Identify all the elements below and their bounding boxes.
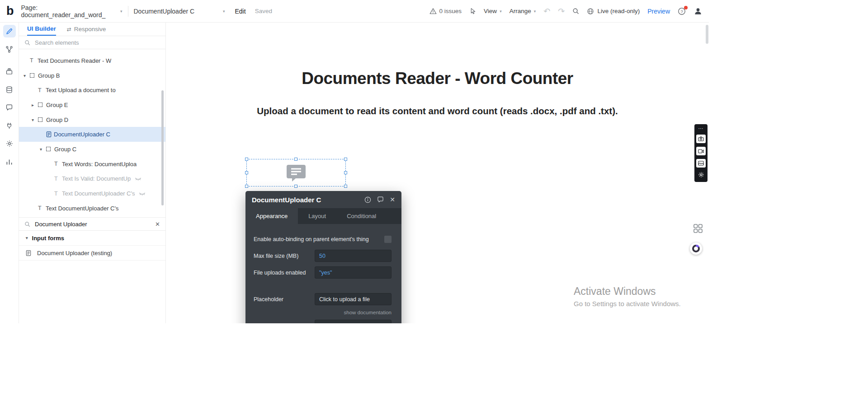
tree-item-label: Text Words: DocumentUploa: [62, 161, 137, 168]
extension-badge-icon[interactable]: [690, 242, 702, 255]
element-selector-label: DocumentUploader C: [134, 8, 195, 15]
view-menu[interactable]: View ▾: [484, 8, 502, 14]
clear-search-icon[interactable]: ✕: [155, 221, 160, 228]
hidden-eye-icon[interactable]: [135, 177, 142, 181]
resize-handle[interactable]: [294, 185, 297, 188]
logs-tab-icon[interactable]: [3, 155, 16, 168]
filter-result-item[interactable]: Document Uploader (testing): [19, 246, 165, 261]
tree-item[interactable]: ▾Group C: [19, 142, 165, 157]
video-camera-icon[interactable]: [696, 147, 706, 155]
gallery-icon[interactable]: [696, 159, 706, 168]
show-documentation-link[interactable]: show documentation: [254, 310, 392, 315]
more-options-icon[interactable]: ⋯: [698, 126, 704, 131]
field-checkbox[interactable]: [384, 236, 392, 243]
tree-item[interactable]: DocumentUploader C: [19, 127, 165, 142]
tree-item[interactable]: TText Words: DocumentUploa: [19, 157, 165, 172]
expand-arrow-icon[interactable]: ▾: [24, 73, 30, 78]
design-tab-icon[interactable]: [3, 25, 16, 37]
element-selector[interactable]: DocumentUploader C ▾: [134, 8, 225, 15]
resize-handle[interactable]: [294, 158, 297, 161]
resize-handle[interactable]: [245, 158, 248, 161]
plugins-tab-icon[interactable]: [3, 119, 16, 132]
inspector-field-partial: [254, 320, 392, 323]
field-input[interactable]: Click to upload a file: [315, 293, 392, 305]
filter-input[interactable]: [34, 220, 151, 228]
tree-item[interactable]: ▸Group E: [19, 98, 165, 112]
edit-menu[interactable]: Edit: [235, 8, 246, 15]
environment-indicator[interactable]: Live (read-only): [587, 8, 640, 15]
search-icon[interactable]: [572, 8, 579, 14]
field-input[interactable]: 50: [315, 250, 392, 262]
chevron-down-icon: ▾: [223, 9, 225, 14]
tree-item[interactable]: TText Documents Reader - W: [19, 53, 165, 68]
expand-arrow-icon[interactable]: ▾: [32, 117, 38, 122]
styles-tab-icon[interactable]: [3, 65, 16, 78]
chevron-down-icon: ▾: [534, 9, 536, 14]
tree-item[interactable]: ▾Group B: [19, 68, 165, 83]
data-tab-icon[interactable]: [3, 83, 16, 96]
canvas[interactable]: Documents Reader - Word Counter Upload a…: [166, 23, 709, 323]
uploader-element-icon: [46, 131, 54, 137]
preview-button[interactable]: Preview: [647, 8, 670, 15]
page-title: Documents Reader - Word Counter: [166, 69, 709, 88]
arrange-menu[interactable]: Arrange ▾: [509, 8, 536, 14]
undo-icon[interactable]: ↶: [543, 7, 550, 15]
expand-arrow-icon[interactable]: ▾: [40, 147, 46, 152]
page-selector[interactable]: Page: document_reader_and_word_ ▾: [21, 4, 123, 19]
resize-handle[interactable]: [344, 171, 347, 174]
comment-icon[interactable]: [377, 196, 384, 203]
toolbar-settings-icon[interactable]: [698, 171, 705, 178]
tree-item[interactable]: TText Is Valid: DocumentUp: [19, 172, 165, 186]
canvas-selected-element[interactable]: [246, 159, 346, 186]
resize-handle[interactable]: [344, 158, 347, 161]
tab-responsive[interactable]: ⇄ Responsive: [67, 23, 106, 36]
field-input-partial[interactable]: [315, 320, 392, 323]
field-input[interactable]: "yes": [315, 266, 392, 279]
left-rail: [0, 23, 19, 323]
hidden-eye-icon[interactable]: [139, 191, 146, 196]
inspector-tab-layout[interactable]: Layout: [298, 208, 336, 224]
search-icon: [24, 221, 30, 227]
canvas-scrollbar[interactable]: [706, 25, 708, 44]
user-avatar[interactable]: [693, 7, 703, 16]
element-filter-bar: ✕: [19, 217, 165, 231]
redo-icon[interactable]: ↷: [558, 7, 565, 15]
resize-handle[interactable]: [245, 185, 248, 188]
tree-item-label: Group D: [46, 116, 68, 123]
workflow-tab-icon[interactable]: [3, 43, 16, 56]
expand-arrow-icon[interactable]: ▸: [32, 102, 38, 107]
resize-handle[interactable]: [245, 171, 248, 174]
info-icon[interactable]: [364, 196, 371, 203]
tree-item-label: Text DocumentUploader C's: [46, 205, 118, 212]
help-button[interactable]: ?: [678, 7, 686, 15]
grid-menu-icon[interactable]: [693, 224, 703, 233]
resize-handle[interactable]: [344, 185, 347, 188]
tree-item[interactable]: TText DocumentUploader C's: [19, 201, 165, 216]
text-element-icon: T: [38, 87, 46, 93]
tree-item[interactable]: ▾Group D: [19, 112, 165, 127]
close-icon[interactable]: ✕: [390, 196, 395, 203]
settings-tab-icon[interactable]: [3, 137, 16, 150]
environment-label: Live (read-only): [597, 8, 640, 14]
search-elements-input[interactable]: [34, 39, 160, 47]
tree-item-label: Group B: [38, 72, 60, 79]
property-editor-header[interactable]: DocumentUploader C ✕: [245, 191, 401, 208]
camera-icon[interactable]: [696, 135, 706, 143]
field-label: Placeholder: [254, 296, 315, 303]
section-input-forms[interactable]: ▾ Input forms: [19, 231, 165, 246]
chat-tab-icon[interactable]: [3, 101, 16, 114]
bubble-logo[interactable]: b: [6, 5, 14, 17]
inspector-tab-conditional[interactable]: Conditional: [336, 208, 387, 224]
divider: [128, 6, 128, 17]
chevron-down-icon: ▾: [500, 9, 502, 14]
tree-scrollbar[interactable]: [161, 90, 164, 205]
issues-indicator[interactable]: 0 issues: [429, 8, 462, 14]
inspector-tab-appearance[interactable]: Appearance: [245, 208, 298, 224]
tree-item-label: Group C: [54, 146, 76, 153]
sidebar-tabs: UI Builder ⇄ Responsive: [19, 23, 165, 36]
notification-dot: [684, 6, 688, 9]
tab-ui-builder[interactable]: UI Builder: [27, 23, 56, 36]
cursor-tool-icon[interactable]: [469, 8, 476, 15]
tree-item[interactable]: TText DocumentUploader C's: [19, 186, 165, 201]
tree-item[interactable]: TText Upload a document to: [19, 83, 165, 98]
